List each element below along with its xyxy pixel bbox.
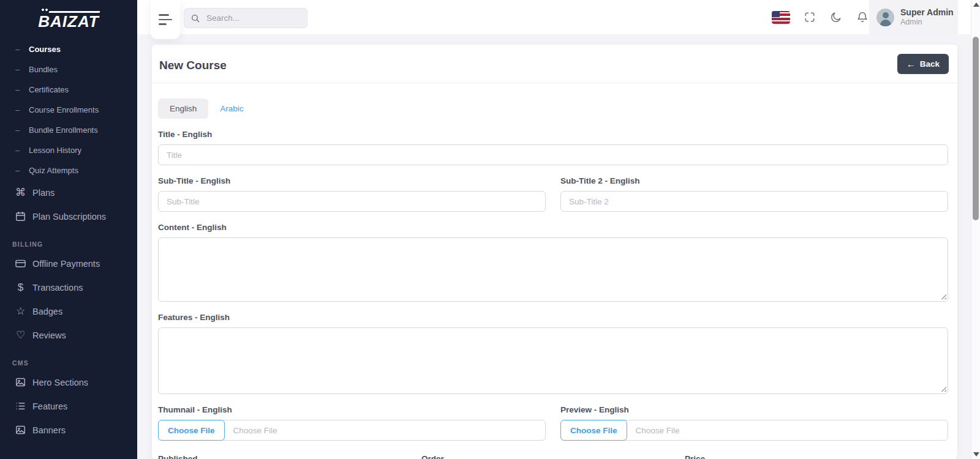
dash-icon: – xyxy=(15,166,23,175)
back-button-label: Back xyxy=(920,59,940,69)
sidebar-item-transactions[interactable]: $ Transactions xyxy=(0,275,137,299)
sidebar-item-lesson-history[interactable]: – Lesson History xyxy=(0,140,137,160)
content-label: Content - English xyxy=(158,223,948,232)
title-label: Title - English xyxy=(158,130,948,139)
image-icon xyxy=(15,376,26,388)
app-logo[interactable]: BAIZAT xyxy=(0,0,137,39)
sidebar-item-label: Certificates xyxy=(29,85,69,94)
thumbnail-file-input[interactable]: Choose File Choose File xyxy=(158,420,546,441)
top-navbar: Super Admin Admin xyxy=(137,0,980,34)
sidebar-item-label: Courses xyxy=(29,45,61,54)
thumbnail-file-placeholder: Choose File xyxy=(233,426,277,435)
scroll-up-arrow-icon[interactable] xyxy=(973,2,979,7)
sidebar-item-courses[interactable]: – Courses xyxy=(0,39,137,59)
content-textarea[interactable] xyxy=(158,237,948,302)
sidebar-item-label: Features xyxy=(32,401,67,411)
dash-icon: – xyxy=(15,105,23,114)
sidebar-item-plans[interactable]: ⌘ Plans xyxy=(0,181,137,204)
dash-icon: – xyxy=(15,65,23,74)
dash-icon: – xyxy=(15,45,23,54)
title-input[interactable] xyxy=(158,144,948,165)
preview-file-placeholder: Choose File xyxy=(636,426,680,435)
sidebar-item-label: Bundle Enrollments xyxy=(29,125,98,135)
logo-text: BAIZAT xyxy=(38,9,99,31)
sidebar-item-features[interactable]: Features xyxy=(0,394,137,418)
sidebar-item-course-enrollments[interactable]: – Course Enrollments xyxy=(0,100,137,120)
sidebar-item-reviews[interactable]: ♡ Reviews xyxy=(0,323,137,347)
sidebar-item-label: Hero Sections xyxy=(32,378,88,387)
order-label: Order xyxy=(421,454,685,459)
sidebar-item-label: Badges xyxy=(32,307,62,316)
price-label: Price xyxy=(685,454,948,459)
published-label: Published xyxy=(158,454,421,459)
menu-toggle-button[interactable] xyxy=(151,0,180,39)
global-search[interactable] xyxy=(184,8,307,28)
dash-icon: – xyxy=(15,125,23,135)
subtitle2-input[interactable] xyxy=(560,191,948,212)
language-flag-icon[interactable] xyxy=(772,11,790,24)
sidebar-item-label: Reviews xyxy=(32,330,66,340)
sidebar-item-label: Plans xyxy=(32,188,55,198)
sidebar-item-label: Offline Payments xyxy=(32,259,100,269)
sidebar: BAIZAT – Courses – Bundles – Certificate… xyxy=(0,0,137,459)
back-button[interactable]: ← Back xyxy=(897,54,949,74)
sidebar-item-hero-sections[interactable]: Hero Sections xyxy=(0,370,137,394)
tab-english[interactable]: English xyxy=(158,99,208,119)
preview-choose-file-button[interactable]: Choose File xyxy=(560,420,627,441)
heart-icon: ♡ xyxy=(15,329,26,341)
sidebar-item-label: Transactions xyxy=(32,283,83,293)
avatar xyxy=(876,9,894,26)
dash-icon: – xyxy=(15,146,23,155)
list-icon xyxy=(15,400,26,412)
page-title: New Course xyxy=(159,59,949,72)
features-textarea[interactable] xyxy=(158,327,948,394)
header-actions xyxy=(772,0,869,34)
credit-card-icon xyxy=(15,258,26,269)
thumbnail-choose-file-button[interactable]: Choose File xyxy=(158,420,225,441)
user-role: Admin xyxy=(900,18,954,27)
sidebar-item-bundles[interactable]: – Bundles xyxy=(0,59,137,80)
card-header: New Course ← Back xyxy=(152,45,957,83)
sidebar-item-quiz-attempts[interactable]: – Quiz Attempts xyxy=(0,160,137,181)
sidebar-item-offline-payments[interactable]: Offline Payments xyxy=(0,252,137,275)
sidebar-item-label: Plan Subscriptions xyxy=(32,212,106,222)
partial-bottom-row: Published Order Price xyxy=(158,443,948,459)
command-icon: ⌘ xyxy=(15,187,26,198)
tab-arabic[interactable]: Arabic xyxy=(220,104,243,113)
sidebar-item-banners[interactable]: Banners xyxy=(0,418,137,442)
image-icon xyxy=(15,424,26,436)
sidebar-item-plan-subscriptions[interactable]: Plan Subscriptions xyxy=(0,204,137,228)
subtitle-label: Sub-Title - English xyxy=(158,176,546,185)
notifications-bell-icon[interactable] xyxy=(856,10,869,24)
user-name: Super Admin xyxy=(900,7,954,18)
calendar-icon xyxy=(15,211,26,222)
sidebar-item-label: Quiz Attempts xyxy=(29,166,78,175)
dollar-icon: $ xyxy=(15,282,26,293)
page-scrollbar[interactable] xyxy=(971,0,980,459)
preview-file-input[interactable]: Choose File Choose File xyxy=(560,420,948,441)
scrollbar-thumb[interactable] xyxy=(973,37,979,220)
sidebar-section-cms: CMS xyxy=(0,347,137,370)
arrow-left-icon: ← xyxy=(907,59,916,69)
user-menu[interactable]: Super Admin Admin xyxy=(869,0,958,34)
scroll-down-arrow-icon[interactable] xyxy=(973,452,979,457)
sidebar-section-billing: BILLING xyxy=(0,228,137,252)
sidebar-item-badges[interactable]: ☆ Badges xyxy=(0,299,137,323)
search-icon xyxy=(190,13,200,23)
dash-icon: – xyxy=(15,85,23,94)
fullscreen-icon[interactable] xyxy=(803,10,816,24)
sidebar-item-certificates[interactable]: – Certificates xyxy=(0,80,137,100)
menu-icon xyxy=(159,14,169,16)
features-label: Features - English xyxy=(158,313,948,322)
sidebar-item-label: Lesson History xyxy=(29,146,81,155)
subtitle-input[interactable] xyxy=(158,191,546,212)
new-course-card: New Course ← Back English Arabic Title -… xyxy=(152,45,957,459)
sidebar-nav: – Courses – Bundles – Certificates – Cou… xyxy=(0,39,137,442)
sidebar-item-bundle-enrollments[interactable]: – Bundle Enrollments xyxy=(0,120,137,140)
dark-mode-moon-icon[interactable] xyxy=(829,10,843,24)
search-input[interactable] xyxy=(205,13,301,23)
sidebar-item-label: Course Enrollments xyxy=(29,105,99,114)
subtitle2-label: Sub-Title 2 - English xyxy=(560,176,948,185)
star-icon: ☆ xyxy=(15,305,26,317)
course-form: English Arabic Title - English Sub-Title… xyxy=(152,83,957,459)
